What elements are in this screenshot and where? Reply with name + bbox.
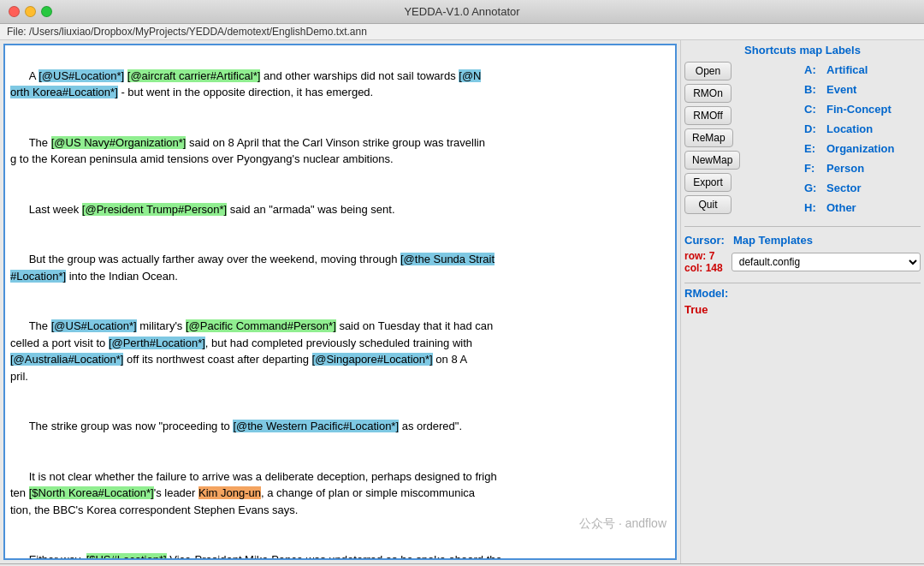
text-line-2: The [@US Navy#Organization*] said on 8 A…: [10, 136, 485, 166]
quit-button[interactable]: Quit: [684, 195, 732, 214]
label-b-value: Event: [826, 83, 856, 96]
export-button[interactable]: Export: [684, 173, 732, 192]
label-a-row: A: Artifical: [804, 62, 921, 78]
title-bar: YEDDA-V1.0 Annotator: [0, 0, 924, 24]
config-select-dropdown[interactable]: default.config: [732, 253, 921, 271]
file-path: File: /Users/liuxiao/Dropbox/MyProjects/…: [7, 26, 367, 38]
maximize-button[interactable]: [41, 6, 52, 17]
cursor-map-row: Cursor: Map Templates: [684, 234, 921, 247]
text-line-8: Either way, [$US#Location*] Vice-Preside…: [10, 553, 502, 560]
annotation-us-location-2[interactable]: [@US#Location*]: [51, 319, 137, 332]
export-row: Export: [684, 173, 801, 192]
label-f-value: Person: [826, 162, 864, 175]
rmon-row: RMOn: [684, 84, 801, 103]
label-d-key: D:: [804, 122, 821, 135]
text-line-3: Last week [@President Trump#Person*] sai…: [29, 203, 395, 216]
annotation-pacific-person[interactable]: [@Pacific Command#Person*]: [186, 319, 336, 332]
label-h-value: Other: [826, 201, 856, 214]
label-e-key: E:: [804, 142, 821, 155]
rmoff-row: RMOff: [684, 106, 801, 125]
label-a-value: Artifical: [826, 63, 868, 76]
label-c-row: C: Fin-Concept: [804, 101, 921, 117]
label-f-row: F: Person: [804, 160, 921, 176]
rmodel-row: RModel:: [684, 287, 921, 300]
divider-1: [684, 226, 921, 227]
label-h-row: H: Other: [804, 200, 921, 216]
annotation-trump-person[interactable]: [@President Trump#Person*]: [82, 203, 227, 216]
annotation-kimjongun[interactable]: Kim Jong-un: [198, 486, 261, 499]
divider-2: [684, 283, 921, 283]
text-line-5: The [@US#Location*] military's [@Pacific…: [10, 319, 493, 383]
label-h-key: H:: [804, 201, 821, 214]
label-g-row: G: Sector: [804, 180, 921, 196]
open-button[interactable]: Open: [684, 62, 732, 80]
annotated-text: A [@US#Location*] [@aircraft carrier#Art…: [10, 51, 670, 560]
main-content: A [@US#Location*] [@aircraft carrier#Art…: [0, 40, 924, 563]
label-g-value: Sector: [826, 182, 861, 194]
row-col-info: row: 7 col: 148: [684, 250, 723, 274]
label-c-key: C:: [804, 103, 821, 116]
right-panel: Shortcuts map Labels Open RMOn RMOff ReM…: [680, 40, 924, 563]
close-button[interactable]: [9, 6, 20, 17]
shortcut-labels-column: A: Artifical B: Event C: Fin-Concept D: …: [804, 62, 921, 216]
text-line-1: A [@US#Location*] [@aircraft carrier#Art…: [10, 69, 481, 99]
label-d-row: D: Location: [804, 121, 921, 137]
newmap-row: NewMap: [684, 151, 801, 170]
annotation-usnavy-org[interactable]: [@US Navy#Organization*]: [51, 136, 187, 149]
annotation-us-location-1[interactable]: [@US#Location*]: [38, 69, 124, 82]
label-g-key: G:: [804, 182, 821, 194]
label-a-key: A:: [804, 63, 821, 76]
cursor-label: Cursor:: [684, 234, 725, 247]
remap-row: ReMap: [684, 128, 801, 147]
annotation-western-pacific-location[interactable]: [@the Western Pacific#Location*]: [233, 420, 399, 432]
rmon-button[interactable]: RMOn: [684, 84, 732, 103]
annotation-australia-location[interactable]: [@Australia#Location*]: [10, 353, 123, 366]
label-b-key: B:: [804, 83, 821, 96]
map-templates-label: Map Templates: [733, 234, 813, 247]
remap-button[interactable]: ReMap: [684, 128, 733, 147]
annotation-perth-location[interactable]: [@Perth#Location*]: [109, 337, 205, 349]
app-title: YEDDA-V1.0 Annotator: [404, 5, 519, 18]
annotation-us-location-3[interactable]: [$US#Location*]: [86, 553, 167, 560]
label-f-key: F:: [804, 162, 821, 175]
label-d-value: Location: [826, 122, 873, 135]
label-c-value: Fin-Concept: [826, 103, 891, 116]
label-b-row: B: Event: [804, 81, 921, 98]
label-e-value: Organization: [826, 142, 894, 155]
label-e-row: E: Organization: [804, 140, 921, 157]
text-line-7: It is not clear whether the failure to a…: [10, 470, 497, 516]
open-row: Open: [684, 62, 801, 80]
rmodel-label: RModel:: [684, 287, 728, 300]
text-line-4: But the group was actually farther away …: [10, 253, 495, 283]
text-line-6: The strike group was now "proceeding to …: [29, 420, 462, 432]
quit-row: Quit: [684, 195, 801, 214]
row-info: row: 7: [684, 250, 723, 262]
shortcut-buttons-column: Open RMOn RMOff ReMap NewMap Export: [684, 62, 801, 216]
annotation-sunda-location[interactable]: [@the Sunda Strait #Location*]: [10, 253, 495, 283]
annotation-text-panel[interactable]: A [@US#Location*] [@aircraft carrier#Art…: [3, 44, 677, 560]
minimize-button[interactable]: [25, 6, 36, 17]
newmap-button[interactable]: NewMap: [684, 151, 740, 170]
shortcuts-grid: Open RMOn RMOff ReMap NewMap Export: [684, 62, 921, 216]
file-path-bar: File: /Users/liuxiao/Dropbox/MyProjects/…: [0, 24, 924, 40]
annotation-nk-location-2[interactable]: [$North Korea#Location*]: [29, 486, 154, 499]
rmodel-value: True: [684, 303, 708, 316]
window-controls[interactable]: [9, 6, 52, 17]
annotation-aircraft-artifical[interactable]: [@aircraft carrier#Artifical*]: [127, 69, 261, 82]
rmodel-value-row: True: [684, 303, 921, 316]
annotation-singapore-location[interactable]: [@Singapore#Location*]: [312, 353, 433, 366]
rmoff-button[interactable]: RMOff: [684, 106, 732, 125]
shortcuts-title: Shortcuts map Labels: [684, 44, 921, 57]
col-info: col: 148: [684, 262, 723, 274]
config-select-row: row: 7 col: 148 default.config: [684, 250, 921, 274]
